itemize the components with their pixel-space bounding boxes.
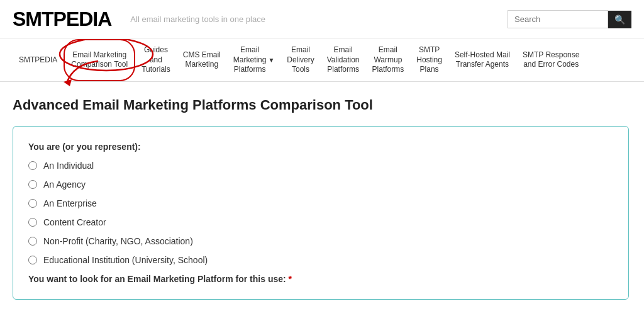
nav-email-validation[interactable]: EmailValidationPlatforms (321, 39, 366, 81)
option-individual[interactable]: An Individual (28, 161, 613, 171)
nav-self-hosted-mta[interactable]: Self-Hosted MailTransfer Agents (448, 39, 516, 81)
search-input[interactable] (508, 10, 608, 28)
site-tagline: All email marketing tools in one place (124, 14, 495, 24)
page-title: Advanced Email Marketing Platforms Compa… (13, 97, 631, 113)
radio-nonprofit[interactable] (28, 237, 37, 246)
question-2-label: You want to look for an Email Marketing … (28, 274, 613, 284)
main-content: Advanced Email Marketing Platforms Compa… (0, 82, 644, 315)
main-nav: SMTPEDIA Email MarketingComparison Tool … (0, 39, 644, 82)
option-agency[interactable]: An Agency (28, 179, 613, 190)
nav-cms-email[interactable]: CMS EmailMarketing (177, 39, 227, 81)
nav-email-delivery-tools[interactable]: EmailDeliveryTools (280, 39, 320, 81)
dropdown-arrow: ▼ (268, 56, 274, 64)
header: SMTPEDIA All email marketing tools in on… (0, 0, 644, 39)
option-educational[interactable]: Educational Institution (University, Sch… (28, 255, 613, 265)
nav-smtp-response[interactable]: SMTP Responseand Error Codes (516, 39, 586, 81)
radio-individual[interactable] (28, 161, 37, 170)
nav-smtp-hosting[interactable]: SMTPHostingPlans (410, 39, 448, 81)
radio-educational[interactable] (28, 256, 37, 264)
comparison-form-card: You are (or you represent): An Individua… (13, 126, 629, 300)
radio-enterprise[interactable] (28, 199, 37, 208)
radio-content-creator[interactable] (28, 218, 37, 227)
option-content-creator-label: Content Creator (43, 217, 106, 227)
question-2-text: You want to look for an Email Marketing … (28, 274, 286, 284)
site-logo[interactable]: SMTPEDIA (13, 8, 111, 31)
search-container: 🔍 (508, 10, 631, 28)
option-agency-label: An Agency (43, 179, 86, 190)
option-enterprise-label: An Enterprise (43, 198, 97, 208)
radio-agency[interactable] (28, 180, 37, 189)
option-enterprise[interactable]: An Enterprise (28, 198, 613, 208)
option-educational-label: Educational Institution (University, Sch… (43, 255, 208, 265)
nav-email-marketing-platforms[interactable]: EmailMarketingPlatforms ▼ (227, 39, 281, 81)
option-content-creator[interactable]: Content Creator (28, 217, 613, 227)
nav-comparison-tool[interactable]: Email MarketingComparison Tool (64, 39, 135, 81)
nav-guides[interactable]: GuidesandTutorials (135, 39, 177, 81)
option-nonprofit[interactable]: Non-Profit (Charity, NGO, Association) (28, 236, 613, 246)
nav-smtpedia[interactable]: SMTPEDIA (13, 39, 64, 81)
question-1-label: You are (or you represent): (28, 142, 613, 152)
nav-email-warmup[interactable]: EmailWarmupPlatforms (366, 39, 411, 81)
option-individual-label: An Individual (43, 161, 94, 171)
required-star: * (289, 274, 292, 284)
search-button[interactable]: 🔍 (608, 11, 631, 28)
option-nonprofit-label: Non-Profit (Charity, NGO, Association) (43, 236, 193, 246)
